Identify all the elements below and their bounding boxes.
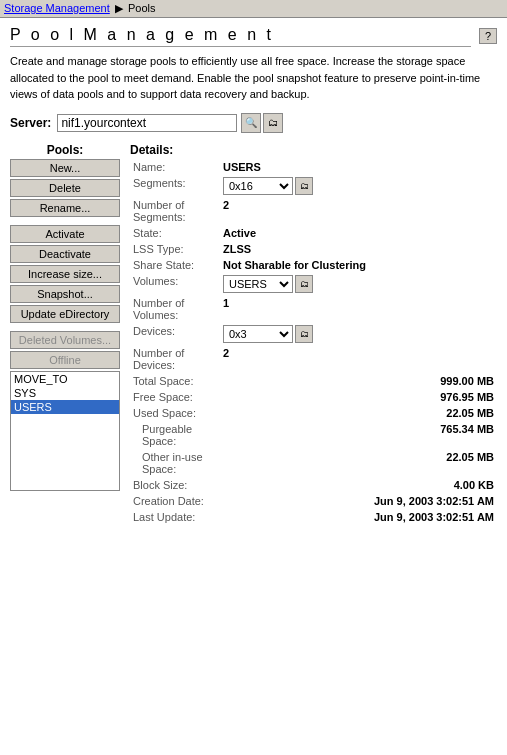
num-devices-value: 2	[220, 345, 497, 373]
detail-row-creation-date: Creation Date: Jun 9, 2003 3:02:51 AM	[130, 493, 497, 509]
num-devices-label: Number ofDevices:	[130, 345, 220, 373]
detail-row-used-space: Used Space: 22.05 MB	[130, 405, 497, 421]
detail-row-free-space: Free Space: 976.95 MB	[130, 389, 497, 405]
activate-button[interactable]: Activate	[10, 225, 120, 243]
num-volumes-value: 1	[220, 295, 497, 323]
share-state-label: Share State:	[130, 257, 220, 273]
breadcrumb: Storage Management ▶ Pools	[0, 0, 507, 18]
pool-item-move-to-sys-2[interactable]: SYS	[11, 386, 119, 400]
free-space-label: Free Space:	[130, 389, 220, 405]
detail-row-state: State: Active	[130, 225, 497, 241]
other-inuse-label: Other in-useSpace:	[130, 449, 220, 477]
columns-header: Pools: Details:	[10, 143, 497, 157]
details-table: Name: USERS Segments: 0x16 🗂	[130, 159, 497, 525]
server-label: Server:	[10, 116, 51, 130]
rename-button[interactable]: Rename...	[10, 199, 120, 217]
server-input[interactable]	[57, 114, 237, 132]
detail-row-block-size: Block Size: 4.00 KB	[130, 477, 497, 493]
segments-label: Segments:	[130, 175, 220, 197]
lss-type-value: ZLSS	[220, 241, 497, 257]
detail-row-share-state: Share State: Not Sharable for Clustering	[130, 257, 497, 273]
free-space-value: 976.95 MB	[220, 389, 497, 405]
pools-list[interactable]: MOVE_TO SYS USERS	[10, 371, 120, 491]
num-volumes-label: Number ofVolumes:	[130, 295, 220, 323]
help-button[interactable]: ?	[479, 28, 497, 44]
devices-label: Devices:	[130, 323, 220, 345]
volumes-browse-icon[interactable]: 🗂	[295, 275, 313, 293]
num-segments-label: Number ofSegments:	[130, 197, 220, 225]
segments-select[interactable]: 0x16	[223, 177, 293, 195]
segments-browse-icon[interactable]: 🗂	[295, 177, 313, 195]
lss-type-label: LSS Type:	[130, 241, 220, 257]
creation-date-value: Jun 9, 2003 3:02:51 AM	[220, 493, 497, 509]
server-icons: 🔍 🗂	[241, 113, 283, 133]
block-size-value: 4.00 KB	[220, 477, 497, 493]
server-search-icon[interactable]: 🔍	[241, 113, 261, 133]
devices-browse-icon[interactable]: 🗂	[295, 325, 313, 343]
name-value: USERS	[220, 159, 497, 175]
detail-row-last-update: Last Update: Jun 9, 2003 3:02:51 AM	[130, 509, 497, 525]
details-panel: Name: USERS Segments: 0x16 🗂	[120, 159, 497, 525]
state-label: State:	[130, 225, 220, 241]
detail-row-name: Name: USERS	[130, 159, 497, 175]
details-column-label: Details:	[120, 143, 497, 157]
last-update-label: Last Update:	[130, 509, 220, 525]
detail-row-total-space: Total Space: 999.00 MB	[130, 373, 497, 389]
other-inuse-value: 22.05 MB	[220, 449, 497, 477]
total-space-value: 999.00 MB	[220, 373, 497, 389]
snapshot-button[interactable]: Snapshot...	[10, 285, 120, 303]
detail-row-lss-type: LSS Type: ZLSS	[130, 241, 497, 257]
server-row: Server: 🔍 🗂	[10, 113, 497, 133]
detail-row-volumes: Volumes: USERS 🗂	[130, 273, 497, 295]
increase-size-button[interactable]: Increase size...	[10, 265, 120, 283]
name-label: Name:	[130, 159, 220, 175]
new-button[interactable]: New...	[10, 159, 120, 177]
devices-select[interactable]: 0x3	[223, 325, 293, 343]
left-panel: New... Delete Rename... Activate Deactiv…	[10, 159, 120, 525]
volumes-label: Volumes:	[130, 273, 220, 295]
detail-row-devices: Devices: 0x3 🗂	[130, 323, 497, 345]
delete-button[interactable]: Delete	[10, 179, 120, 197]
breadcrumb-parent-link[interactable]: Storage Management	[4, 2, 110, 14]
server-browse-icon[interactable]: 🗂	[263, 113, 283, 133]
num-segments-value: 2	[220, 197, 497, 225]
page-header: P o o l M a n a g e m e n t ?	[10, 26, 497, 47]
deactivate-button[interactable]: Deactivate	[10, 245, 120, 263]
action-buttons: New... Delete Rename... Activate Deactiv…	[10, 159, 120, 369]
breadcrumb-current: Pools	[128, 2, 156, 14]
offline-button[interactable]: Offline	[10, 351, 120, 369]
detail-row-purgeable-space: PurgeableSpace: 765.34 MB	[130, 421, 497, 449]
creation-date-label: Creation Date:	[130, 493, 220, 509]
volumes-value: USERS 🗂	[220, 273, 497, 295]
purgeable-space-value: 765.34 MB	[220, 421, 497, 449]
pools-column-label: Pools:	[10, 143, 120, 157]
breadcrumb-separator: ▶	[115, 2, 123, 14]
detail-row-num-volumes: Number ofVolumes: 1	[130, 295, 497, 323]
detail-row-other-inuse: Other in-useSpace: 22.05 MB	[130, 449, 497, 477]
used-space-value: 22.05 MB	[220, 405, 497, 421]
segments-value: 0x16 🗂	[220, 175, 497, 197]
pool-item-users[interactable]: USERS	[11, 400, 119, 414]
pool-item-move-to-sys[interactable]: MOVE_TO	[11, 372, 119, 386]
deleted-volumes-button[interactable]: Deleted Volumes...	[10, 331, 120, 349]
last-update-value: Jun 9, 2003 3:02:51 AM	[220, 509, 497, 525]
page-title: P o o l M a n a g e m e n t	[10, 26, 471, 47]
state-value: Active	[220, 225, 497, 241]
volumes-select[interactable]: USERS	[223, 275, 293, 293]
detail-row-num-segments: Number ofSegments: 2	[130, 197, 497, 225]
update-edirectory-button[interactable]: Update eDirectory	[10, 305, 120, 323]
total-space-label: Total Space:	[130, 373, 220, 389]
devices-value: 0x3 🗂	[220, 323, 497, 345]
purgeable-space-label: PurgeableSpace:	[130, 421, 220, 449]
detail-row-num-devices: Number ofDevices: 2	[130, 345, 497, 373]
main-content: New... Delete Rename... Activate Deactiv…	[10, 159, 497, 525]
block-size-label: Block Size:	[130, 477, 220, 493]
page-description: Create and manage storage pools to effic…	[10, 53, 497, 103]
detail-row-segments: Segments: 0x16 🗂	[130, 175, 497, 197]
used-space-label: Used Space:	[130, 405, 220, 421]
share-state-value: Not Sharable for Clustering	[220, 257, 497, 273]
